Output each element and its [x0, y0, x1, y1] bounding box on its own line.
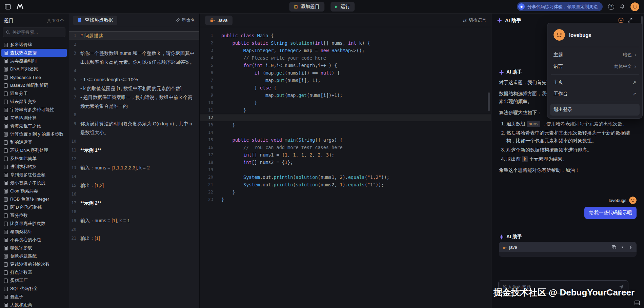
menu-item-logout[interactable]: 退出登录 [550, 104, 640, 116]
sidebar-item[interactable]: Base32 编码和解码 [1, 81, 67, 89]
sidebar-item[interactable]: 拿到最多红包金额 [1, 171, 67, 179]
document-icon [4, 197, 8, 202]
code-line: 8 } else { [200, 84, 491, 91]
code-line: 16 // You can add more test cases here [200, 144, 491, 151]
divider [551, 102, 639, 102]
sidebar-toggle-icon[interactable] [5, 4, 11, 9]
rename-button[interactable]: 重命名 [176, 17, 195, 23]
menu-item-language[interactable]: 语言 简体中文› [550, 61, 640, 72]
search-input[interactable] [12, 30, 62, 35]
promo-banner[interactable]: ◆ 分享代码练习体验，领限量定制周边 [517, 2, 603, 11]
bell-icon[interactable] [620, 4, 625, 9]
menu-item-home[interactable]: 主页 ↗ [550, 77, 640, 88]
sidebar-item[interactable]: 最小替换子串长度 [1, 179, 67, 187]
document-icon [4, 270, 8, 275]
code-line: 12 [200, 114, 491, 121]
document-icon [4, 83, 8, 88]
sidebar-item[interactable]: 打点计数器 [1, 268, 67, 276]
sidebar-item[interactable]: 青海湖租车之旅 [1, 122, 67, 130]
document-icon [4, 173, 8, 177]
sidebar-item[interactable]: 病毒感染时间 [1, 57, 67, 65]
run-button[interactable]: ▶ 运行 [330, 2, 355, 12]
sidebar-item[interactable]: 链表聚集交换 [1, 98, 67, 106]
sidebar-item[interactable]: 穿越沙漠的补给次数 [1, 260, 67, 268]
code-card: java [499, 242, 637, 257]
sidebar-item[interactable]: SQL 代码补全 [1, 285, 67, 293]
document-icon [4, 51, 8, 55]
panel-toggle-icon[interactable] [635, 301, 640, 305]
sidebar-item[interactable]: 大数和距离 [1, 301, 67, 308]
sidebar-item[interactable]: RGB 色值转 Integer [1, 195, 67, 203]
ai-sparkle-icon [497, 18, 502, 23]
sidebar-item[interactable]: 百分位数 [1, 211, 67, 220]
language-tab[interactable]: Java [205, 16, 233, 25]
switch-language-button[interactable]: ⇄ 切换语言 [463, 17, 486, 23]
problem-editor[interactable]: 1# 问题描述23给你一个整数数组 nums 和一个整数 k ，请你返回其中出现… [69, 27, 199, 308]
ai-step: 然后将哈希表中的元素和其出现次数转换为一个新的数据结构，比如一个包含元素和频率的… [506, 129, 637, 145]
editor-header: Java ⇄ 切换语言 [200, 14, 491, 27]
watermark-text: 掘金技术社区 @ DebugYourCareer [494, 287, 635, 299]
insert-code-icon[interactable] [620, 245, 625, 249]
code-line: 9 map.put(map.get(nums[i])+1); [200, 91, 491, 99]
document-icon [4, 140, 8, 145]
code-line: 23} [200, 196, 491, 203]
magic-icon[interactable] [629, 245, 633, 249]
sidebar-item[interactable]: 创意标题匹配 [1, 252, 67, 260]
editor-scrollbar[interactable] [488, 93, 490, 111]
sidebar-item[interactable]: 多米诺骨牌 [1, 41, 67, 49]
sidebar-item[interactable]: 叠盘子 [1, 293, 67, 301]
sidebar-item[interactable]: 暴雨梨花针 [1, 228, 67, 236]
sidebar-item[interactable]: Bytedance Tree [1, 73, 67, 81]
document-icon [4, 213, 8, 218]
search-box[interactable] [3, 27, 65, 37]
user-avatar [554, 29, 565, 41]
model-icon[interactable] [618, 18, 624, 23]
code-line: 3 Map<Integer, Integer> map = new HashMa… [200, 47, 491, 54]
play-icon: ▶ [335, 5, 338, 8]
menu-item-workspace[interactable]: 工作台 ↗ [550, 88, 640, 100]
code-editor[interactable]: 1public class Main {2 public static Stri… [200, 27, 491, 203]
sidebar-item[interactable]: 阿 D 的飞行路线 [1, 203, 67, 211]
document-icon [4, 181, 8, 185]
code-line: 7 map.put(nums[i], 1); [200, 77, 491, 84]
sidebar-item[interactable]: 蛋糕工厂 [1, 276, 67, 285]
sidebar-item[interactable]: 进制求和转换 [1, 163, 67, 171]
user-menu: lovebugs 主题 暗色› 语言 简体中文› 主页 ↗ 工作台 ↗ 退出登录 [547, 23, 643, 119]
sidebar-item[interactable]: DNA 序列还原 [1, 65, 67, 73]
sidebar-item[interactable]: 计算位置 x 到 y 的最多步数 [1, 130, 67, 138]
add-icon: ⊞ [294, 4, 298, 9]
document-icon [4, 238, 8, 242]
problem-line: 9你所设计算法的时间复杂度必须为 O(n log n)，其中 n 是数组大小。 [69, 119, 199, 137]
sidebar-item[interactable]: 猜数字游戏 [1, 244, 67, 252]
document-icon [4, 262, 8, 267]
expand-icon[interactable] [628, 18, 632, 23]
sidebar-item[interactable]: 环状 DNA 序列处理 [1, 146, 67, 155]
problem-line: 15输出：[1,2] [69, 181, 199, 190]
sidebar-item[interactable]: 简单四则计算 [1, 114, 67, 122]
problem-line: 8 [69, 110, 199, 119]
problem-line: 10 [69, 137, 199, 146]
sidebar-item[interactable]: 查找热点数据 [1, 49, 67, 57]
menu-item-theme[interactable]: 主题 暗色› [550, 49, 640, 61]
sidebar-item[interactable]: 不再贪心的小包 [1, 236, 67, 244]
document-icon [4, 246, 8, 250]
sidebar-item[interactable]: Cion 勒索病毒 [1, 187, 67, 195]
code-line: 15 public static void main(String[] args… [200, 136, 491, 144]
problem-line: 19输入：nums = [1], k = 1 [69, 216, 199, 225]
java-icon [210, 18, 215, 23]
problem-line: 7- 题目数据保证答案唯一，换句话说，数组中前 k 个高频元素的集合是唯一的 [69, 93, 199, 110]
sidebar-item[interactable]: 和的逆运算 [1, 138, 67, 146]
sidebar-item[interactable]: 及格如此简单 [1, 155, 67, 163]
problem-title-button[interactable]: 查找热点数据 [73, 16, 117, 25]
help-icon[interactable]: ? [608, 4, 614, 10]
topbar: ⊞ 添加题目 ▶ 运行 ◆ 分享代码练习体验，领限量定制周边 ? [0, 0, 644, 14]
sidebar-item[interactable]: 字符串有多少种可能性 [1, 106, 67, 114]
user-avatar[interactable] [630, 2, 639, 11]
problem-line: 18 [69, 207, 199, 216]
app-logo-icon[interactable] [16, 4, 24, 9]
sidebar-item[interactable]: 比赛最高获胜次数 [1, 220, 67, 228]
add-problem-button[interactable]: ⊞ 添加题目 [289, 2, 324, 12]
code-line: 2 public static String solution(int[] nu… [200, 39, 491, 47]
sidebar-item[interactable]: 猫鱼分干 [1, 89, 67, 98]
copy-icon[interactable] [612, 245, 616, 249]
